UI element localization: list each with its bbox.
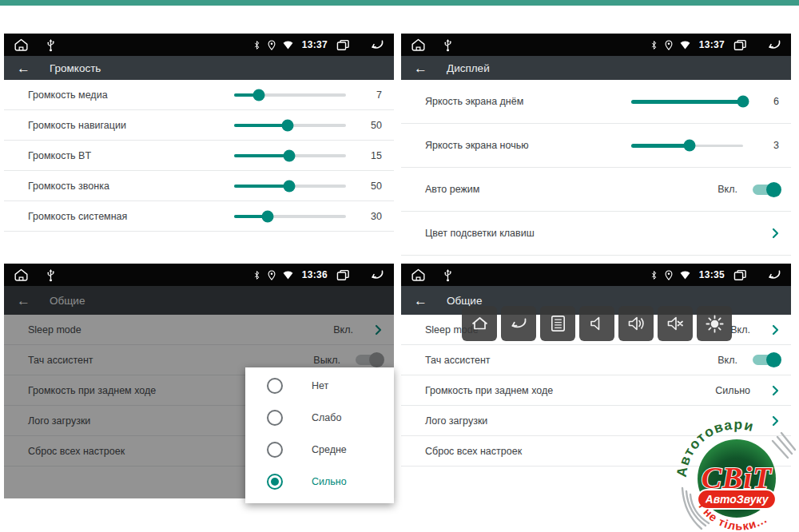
- slider[interactable]: [234, 88, 346, 101]
- brightness-button[interactable]: [697, 306, 732, 341]
- home-icon[interactable]: [14, 38, 29, 52]
- status-back[interactable]: [368, 39, 384, 50]
- popup-option[interactable]: Слабо: [245, 402, 394, 434]
- radio-icon[interactable]: [267, 410, 283, 426]
- popup-option[interactable]: Средне: [245, 434, 394, 466]
- status-left-icons: [411, 38, 452, 52]
- status-left-icons: [14, 268, 55, 282]
- panel-display-settings: 13:37 ← Дисплей Яркость экрана днём6Ярко…: [401, 34, 791, 257]
- status-bar: 13:37: [401, 34, 791, 56]
- back-button[interactable]: [501, 306, 536, 341]
- top-strip: [0, 0, 799, 6]
- list-icon: [548, 313, 568, 334]
- status-time: 13:36: [302, 269, 328, 280]
- back-icon[interactable]: [765, 39, 781, 50]
- panel-general-settings-dimmed: 13:36 ← Общие Sleep modeВкл.Тач ассистен…: [4, 264, 394, 498]
- slider-thumb[interactable]: [683, 140, 695, 152]
- back-arrow-icon[interactable]: ←: [414, 294, 427, 308]
- volume-low-button[interactable]: [579, 306, 614, 341]
- slider-row: Громкость звонка50: [4, 171, 394, 201]
- location-icon: [268, 40, 276, 50]
- location-icon: [665, 270, 673, 280]
- slider[interactable]: [631, 95, 743, 109]
- slider-thumb[interactable]: [252, 89, 264, 101]
- home-icon[interactable]: [411, 38, 426, 52]
- status-back[interactable]: [368, 269, 384, 280]
- slider-thumb[interactable]: [283, 180, 295, 192]
- slider-thumb[interactable]: [262, 210, 274, 222]
- status-right-icons: 13:37: [253, 39, 384, 51]
- settings-row[interactable]: Авто режимВкл.: [401, 168, 791, 212]
- slider[interactable]: [234, 179, 346, 193]
- settings-row[interactable]: Тач ассистентВкл.: [401, 345, 791, 375]
- status-right-icons: 13:35: [650, 269, 781, 281]
- slider[interactable]: [631, 139, 743, 153]
- back-icon[interactable]: [765, 269, 781, 280]
- popup-option-label: Средне: [312, 444, 347, 455]
- slider-thumb[interactable]: [737, 96, 749, 108]
- status-right-icons: 13:37: [650, 39, 781, 51]
- status-bar: 13:36: [4, 264, 394, 286]
- usb-icon: [46, 38, 55, 52]
- row-label: Яркость экрана днём: [425, 96, 631, 107]
- toggle-switch[interactable]: [753, 185, 779, 195]
- header-bar: ← Громкость: [4, 56, 394, 80]
- wifi-icon: [680, 271, 690, 280]
- row-label: Громкость звонка: [28, 181, 234, 192]
- status-back[interactable]: [765, 39, 781, 50]
- wifi-icon: [283, 41, 293, 50]
- back-arrow-icon[interactable]: ←: [17, 62, 30, 75]
- recents-icon[interactable]: [733, 39, 747, 51]
- quick-nav-toolbar: [462, 306, 732, 341]
- slider-thumb[interactable]: [282, 119, 294, 131]
- popup-option[interactable]: Нет: [245, 370, 394, 402]
- recents-icon[interactable]: [336, 269, 350, 281]
- row-label: Громкость при заднем ходе: [425, 385, 715, 396]
- back-arrow-icon[interactable]: ←: [414, 62, 427, 75]
- slider[interactable]: [234, 149, 346, 162]
- volume-high-button[interactable]: [618, 306, 654, 341]
- status-bar: 13:37: [4, 34, 394, 56]
- slider-thumb[interactable]: [283, 149, 295, 161]
- usb-icon: [46, 268, 55, 282]
- settings-row[interactable]: Громкость при заднем ходеСильно: [401, 375, 791, 406]
- popup-option[interactable]: Сильно: [245, 466, 394, 498]
- radio-icon[interactable]: [267, 442, 283, 458]
- slider-row: Яркость экрана ночью3: [401, 124, 791, 168]
- row-label: Громкость системная: [28, 211, 234, 222]
- page-title: Громкость: [50, 62, 101, 74]
- row-value: 30: [360, 211, 382, 222]
- row-value: 50: [360, 120, 382, 131]
- list-button[interactable]: [540, 306, 575, 341]
- back-icon[interactable]: [368, 39, 384, 50]
- radio-icon[interactable]: [267, 474, 283, 490]
- chevron-right-icon: [772, 385, 779, 396]
- radio-icon[interactable]: [267, 378, 283, 394]
- header-bar: ← Дисплей: [401, 56, 791, 80]
- slider[interactable]: [234, 209, 346, 223]
- slider-row: Яркость экрана днём6: [401, 80, 791, 124]
- slider-row: Громкость BT15: [4, 141, 394, 171]
- chevron-right-icon: [772, 324, 779, 335]
- toggle-switch[interactable]: [753, 355, 779, 365]
- watermark-logo: Автотовари СВіТ АвтоЗвуку і не тільки...: [676, 409, 797, 532]
- volume-low-icon: [586, 313, 607, 334]
- row-value: Вкл.: [718, 184, 737, 195]
- popup-option-label: Слабо: [312, 412, 341, 423]
- settings-row[interactable]: Цвет подсветки клавиш: [401, 212, 791, 256]
- slider-row: Громкость навигации50: [4, 110, 394, 141]
- home-icon[interactable]: [411, 268, 426, 282]
- home-button[interactable]: [462, 306, 497, 341]
- volume-mute-button[interactable]: [658, 306, 693, 341]
- back-icon[interactable]: [368, 269, 384, 280]
- row-value: 3: [757, 140, 779, 151]
- slider[interactable]: [234, 118, 346, 132]
- popup-option-label: Нет: [312, 380, 328, 391]
- recents-icon[interactable]: [733, 269, 747, 281]
- recents-icon[interactable]: [336, 39, 350, 51]
- status-back[interactable]: [765, 269, 781, 280]
- home-icon[interactable]: [14, 268, 29, 282]
- brightness-icon: [704, 313, 725, 335]
- location-icon: [268, 270, 276, 280]
- row-label: Тач ассистент: [425, 355, 718, 366]
